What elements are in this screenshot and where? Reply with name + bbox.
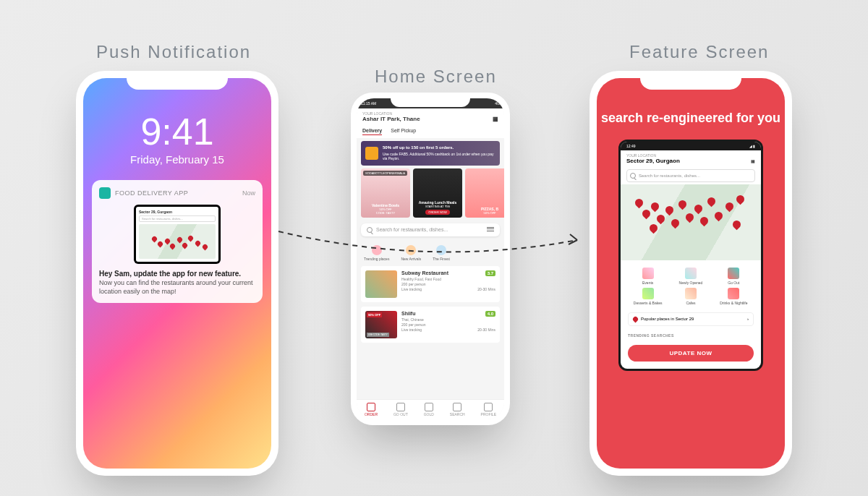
promo-banner[interactable]: 50% off up to 150 on first 5 orders. Use… <box>361 141 500 166</box>
chevron-right-icon: › <box>747 317 749 321</box>
phone-notch <box>391 93 470 107</box>
drinks-icon <box>728 288 739 299</box>
promo-title: 50% off up to 150 on first 5 orders. <box>383 145 495 151</box>
qr-icon[interactable]: ▦ <box>493 116 498 122</box>
home-screen[interactable]: 11:15 AM 4G YOUR LOCATION Ashar IT Park,… <box>357 98 504 419</box>
nav-gold[interactable]: GOLD <box>424 403 434 416</box>
search-bar[interactable]: Search for restaurants, dishes... <box>361 223 500 236</box>
feature-screen[interactable]: search re-engineered for you 12:49◢ ▮ YO… <box>597 78 785 469</box>
quick-link-new[interactable]: New Arrivals <box>401 245 421 261</box>
lock-screen[interactable]: 9:41 Friday, February 15 FOOD DELIVERY A… <box>83 78 271 469</box>
search-placeholder: Search for restaurants, dishes... <box>376 227 483 232</box>
restaurant-category: Healthy Food, Fast Food <box>401 277 495 281</box>
offer-badge: 50% OFF <box>367 312 382 317</box>
cat-label: Drinks & Nightlife <box>720 301 747 305</box>
trending-searches-label: TRENDING SEARCHES <box>621 330 761 341</box>
filter-icon[interactable] <box>487 227 494 233</box>
notification-preview-phone: Sector 29, Gurgaon Search for restaurant… <box>134 205 221 264</box>
search-nav-icon <box>453 403 461 411</box>
mini-search-bar: Search for restaurants, dishes... <box>139 215 216 222</box>
quick-link-finest[interactable]: The Finest <box>433 245 450 261</box>
restaurant-name: Subway Restaurant <box>401 270 448 275</box>
cat-goout[interactable]: Go Out <box>714 268 754 285</box>
feature-map[interactable] <box>621 184 761 260</box>
new-icon <box>406 245 416 255</box>
cat-cafes[interactable]: Cafes <box>671 288 710 305</box>
promo-body: Use code FAB5. Additional 50% cashback o… <box>383 152 495 161</box>
nav-profile[interactable]: PROFILE <box>481 403 496 416</box>
search-icon <box>630 173 636 179</box>
category-grid: Events Newly Opened Go Out Desserts & Ba… <box>621 265 761 308</box>
inner-location-text: Sector 29, Gurgaon <box>626 158 680 164</box>
cafes-icon <box>685 288 697 299</box>
offer-code: USE CODE: TASTY <box>367 333 389 337</box>
cat-label: Cafes <box>686 301 695 305</box>
restaurant-image: 50% OFF USE CODE: TASTY <box>365 311 397 338</box>
order-icon <box>367 403 375 411</box>
carousel-item[interactable]: PIZZAS, B 50% OFF <box>465 168 504 218</box>
cat-desserts[interactable]: Desserts & Bakes <box>628 288 668 305</box>
notification-body: Now you can find the restaurants around … <box>99 279 255 296</box>
ql-label: The Finest <box>433 257 450 261</box>
restaurant-price: 200 per person <box>401 322 426 327</box>
promo-icon <box>365 147 378 160</box>
cat-new[interactable]: Newly Opened <box>671 268 710 285</box>
status-signal: 4G <box>495 101 500 106</box>
restaurant-image <box>365 270 397 298</box>
nav-label: SEARCH <box>450 412 465 416</box>
nav-order[interactable]: ORDER <box>365 403 378 416</box>
order-now-button[interactable]: ORDER NOW <box>425 210 449 215</box>
rating-badge: 4.0 <box>485 311 495 317</box>
popular-text: Popular places in Sector 29 <box>641 317 694 321</box>
app-icon <box>99 187 111 199</box>
carousel-item[interactable]: SODABOTTLEOPENERWALA Valentine Bowls 50%… <box>361 168 410 218</box>
restaurant-card[interactable]: Subway Restaurant3.7 Healthy Food, Fast … <box>361 266 500 302</box>
nav-label: GO OUT <box>393 412 408 416</box>
popular-places-row[interactable]: Popular places in Sector 29 › <box>628 312 754 326</box>
ql-label: Trending places <box>364 257 389 261</box>
inner-search-bar[interactable]: Search for restaurants, dishes... <box>626 169 755 182</box>
phone-push-notification: 9:41 Friday, February 15 FOOD DELIVERY A… <box>76 71 278 476</box>
events-icon <box>642 268 654 279</box>
offer-carousel[interactable]: SODABOTTLEOPENERWALA Valentine Bowls 50%… <box>357 168 504 218</box>
cat-events[interactable]: Events <box>628 268 668 285</box>
quick-links: Trending places New Arrivals The Finest <box>357 242 504 264</box>
tab-self-pickup[interactable]: Self Pickup <box>391 128 416 135</box>
restaurant-price: 200 per person <box>401 282 426 286</box>
notification-time: Now <box>242 189 255 197</box>
finest-icon <box>436 245 446 255</box>
rating-badge: 3.7 <box>485 270 495 276</box>
phone-notch <box>640 71 741 90</box>
update-now-button[interactable]: UPDATE NOW <box>628 345 754 362</box>
cat-label: Go Out <box>728 281 739 285</box>
location-bar[interactable]: YOUR LOCATION Ashar IT Park, Thane▦ <box>357 108 504 125</box>
label-push: Push Notification <box>96 42 251 62</box>
phone-home-screen: 11:15 AM 4G YOUR LOCATION Ashar IT Park,… <box>351 93 510 425</box>
mini-location: Sector 29, Gurgaon <box>139 210 216 214</box>
tab-delivery[interactable]: Delivery <box>362 128 382 135</box>
carousel-sub: 50% OFF <box>468 211 504 215</box>
restaurant-card[interactable]: 50% OFF USE CODE: TASTY Shiifu4.0 Thai, … <box>361 307 500 343</box>
nav-label: PROFILE <box>481 412 496 416</box>
nav-goout[interactable]: GO OUT <box>393 403 408 416</box>
delivery-time: 20-30 Mins <box>477 287 495 291</box>
pin-icon <box>632 315 639 322</box>
bottom-nav: ORDER GO OUT GOLD SEARCH PROFILE <box>357 399 504 419</box>
cat-drinks[interactable]: Drinks & Nightlife <box>714 288 754 305</box>
inner-location-bar[interactable]: YOUR LOCATION Sector 29, Gurgaon▦ <box>621 150 761 167</box>
delivery-time: 20-30 Mins <box>477 328 495 332</box>
notification-app-row: FOOD DELIVERY APP <box>99 187 188 199</box>
notification-card[interactable]: FOOD DELIVERY APP Now Sector 29, Gurgaon… <box>92 180 263 303</box>
quick-link-trending[interactable]: Trending places <box>364 245 389 261</box>
nav-search[interactable]: SEARCH <box>450 403 465 416</box>
restaurant-name: Shiifu <box>401 311 415 316</box>
nav-label: GOLD <box>424 412 434 416</box>
cat-label: Newly Opened <box>679 281 703 285</box>
location-text: Ashar IT Park, Thane <box>362 116 420 122</box>
inner-search-placeholder: Search for restaurants, dishes... <box>639 174 700 178</box>
cat-label: Desserts & Bakes <box>634 301 663 305</box>
qr-icon[interactable]: ▦ <box>751 158 755 163</box>
delivery-tabs: Delivery Self Pickup <box>357 125 504 138</box>
restaurant-category: Thai, Chinese <box>401 317 495 322</box>
carousel-item[interactable]: Amazing Lunch Meals STARTING AT ₹99 ORDE… <box>413 168 462 218</box>
